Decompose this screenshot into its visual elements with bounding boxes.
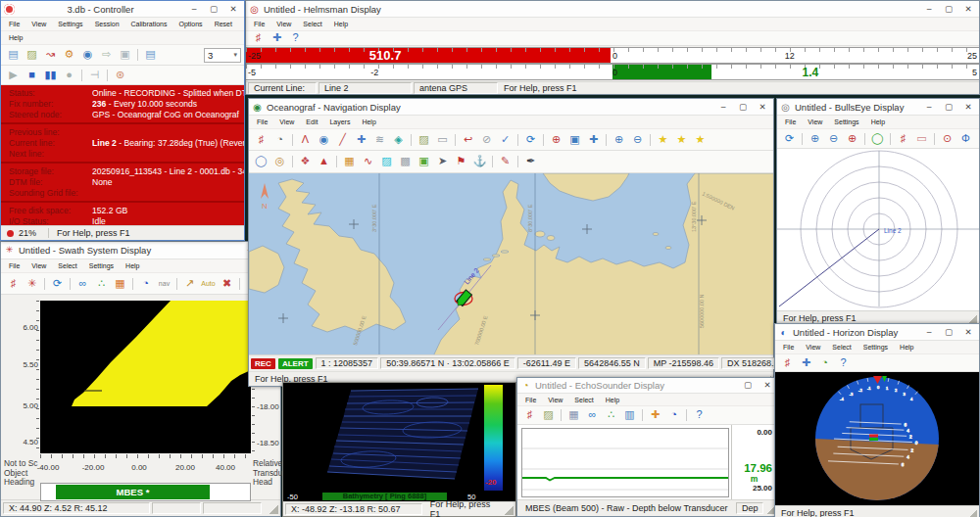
mi-edit[interactable]: Edit [300, 118, 323, 125]
north-flag-icon[interactable]: ⚑ [453, 154, 469, 169]
mi-view[interactable]: View [273, 118, 300, 125]
scatter-icon[interactable]: ∴ [603, 407, 619, 423]
helmsman-titlebar[interactable]: ◎ Untitled - Helmsman Display – ▢ ✕ [246, 1, 979, 18]
depth-trace-plot[interactable] [521, 428, 729, 497]
display-settings-icon[interactable]: ♯ [5, 276, 22, 292]
mi-settings[interactable]: Settings [858, 344, 894, 351]
help-icon[interactable]: ? [835, 355, 852, 371]
help-icon[interactable]: ? [976, 131, 980, 147]
divider-icon[interactable]: Λ [297, 132, 314, 148]
hatch-gray-icon[interactable]: ▩ [397, 154, 414, 169]
display-settings-icon[interactable]: ♯ [779, 355, 796, 371]
mi-settings[interactable]: Settings [83, 262, 120, 269]
pan-icon[interactable]: ✚ [798, 355, 814, 371]
chart-icon[interactable]: ▨ [540, 407, 557, 423]
maximize-button[interactable]: ▢ [735, 100, 751, 115]
display-settings-icon[interactable]: ♯ [521, 407, 538, 423]
pie-icon[interactable]: ◔ [665, 407, 682, 423]
zoom-in-icon[interactable]: ⊕ [611, 132, 627, 148]
zoom-off-icon[interactable]: ⊘ [478, 132, 495, 148]
mi-view[interactable]: View [542, 397, 568, 403]
minimize-button[interactable]: – [921, 100, 937, 115]
controller-titlebar[interactable]: 3.db - Controller – ▢ ✕ [1, 1, 244, 18]
annotate-icon[interactable]: ✎ [497, 154, 514, 169]
swath-plot[interactable] [40, 301, 251, 453]
mi-layers[interactable]: Layers [323, 118, 356, 125]
display-settings-icon[interactable]: ♯ [895, 131, 911, 147]
minimize-button[interactable]: – [186, 2, 202, 17]
layers-icon[interactable]: ❖ [297, 154, 314, 169]
mi-view[interactable]: View [802, 118, 828, 125]
mi-help[interactable]: Help [894, 344, 919, 351]
link-icon[interactable]: ∞ [74, 276, 91, 292]
ellipse-icon[interactable]: ◯ [869, 131, 886, 147]
compass-icon[interactable]: ◔ [271, 132, 288, 148]
link-icon[interactable]: ∞ [584, 407, 601, 423]
image-layer-icon[interactable]: ▣ [416, 154, 432, 169]
favorite-icon[interactable]: ★ [673, 132, 690, 148]
runline-icon[interactable]: ↝ [42, 47, 59, 63]
resize-grip[interactable] [966, 508, 977, 517]
resize-grip[interactable] [268, 503, 278, 514]
mi-select[interactable]: Select [297, 21, 327, 27]
globe-pie-icon[interactable]: ◔ [816, 355, 833, 371]
zoom-in-icon[interactable]: ⊕ [807, 131, 823, 147]
globe-icon[interactable]: ◉ [316, 132, 332, 148]
mi-session[interactable]: Session [89, 21, 125, 27]
colormap-icon[interactable]: ▦ [112, 276, 128, 292]
mi-help[interactable]: Help [865, 118, 891, 125]
remote-display-icon[interactable]: ▤ [142, 47, 159, 63]
add-point-icon[interactable]: ✚ [353, 132, 369, 148]
mi-file[interactable]: File [248, 21, 270, 27]
zoom-out-icon[interactable]: ⊖ [629, 132, 646, 148]
close-button[interactable]: ✕ [960, 325, 976, 340]
network-icon[interactable]: ∴ [93, 276, 110, 292]
maximize-button[interactable]: ▢ [206, 2, 221, 17]
help-icon[interactable]: ? [287, 30, 304, 46]
alert-badge[interactable]: ALERT [278, 358, 313, 369]
center-icon[interactable]: ⊙ [939, 131, 956, 147]
mi-calibrations[interactable]: Calibrations [125, 21, 173, 27]
export-icon[interactable]: ↗ [181, 276, 198, 292]
mi-settings[interactable]: Settings [52, 21, 88, 27]
mi-view[interactable]: View [25, 262, 52, 269]
globe-edit-icon[interactable]: ◉ [79, 47, 96, 63]
maximize-button[interactable]: ▢ [941, 100, 956, 115]
maximize-button[interactable]: ▢ [740, 378, 756, 393]
compass-rose-icon[interactable]: ◎ [271, 154, 288, 169]
record-icon[interactable]: ● [61, 68, 77, 83]
display-settings-icon[interactable]: ♯ [250, 30, 267, 46]
horizon-canvas[interactable]: 6 4 2 0 2 4 6 -4 -3 -2 -1 0 1 2 3 [775, 372, 979, 505]
mi-select[interactable]: Select [52, 262, 82, 269]
display-settings-icon[interactable]: ♯ [253, 132, 270, 148]
lifebuoy-icon[interactable]: ⊛ [112, 68, 128, 83]
select-ellipse-icon[interactable]: ◯ [253, 154, 270, 169]
chart-icon[interactable]: ▨ [24, 47, 40, 63]
swath-titlebar[interactable]: ✳ Untitled - Swath System Display – ▢ [1, 242, 280, 259]
pan-map-icon[interactable]: ✚ [585, 132, 602, 148]
refresh-icon[interactable]: ⟳ [522, 132, 539, 148]
favorite-add-icon[interactable]: ★ [692, 132, 709, 148]
mi-help[interactable]: Help [600, 397, 625, 403]
mi-help[interactable]: Help [328, 21, 354, 27]
mi-file[interactable]: File [3, 262, 25, 269]
ink-pen-icon[interactable]: ✒ [522, 154, 539, 169]
cursor-icon[interactable]: ➤ [434, 154, 451, 169]
echosounder-content[interactable]: 0.00 17.96 m 25.00 [517, 425, 778, 499]
follow-route-icon[interactable]: ✓ [497, 132, 514, 148]
display-icon[interactable]: ▤ [5, 47, 22, 63]
mi-view[interactable]: View [800, 344, 826, 351]
zoom-previous-icon[interactable]: ↩ [460, 132, 476, 148]
bullseye-titlebar[interactable]: ◎ Untitled - BullsEye Display – ▢ ✕ [777, 99, 979, 116]
close-button[interactable]: ✕ [755, 100, 770, 115]
session-number-combo[interactable]: 3 ▾ [204, 48, 241, 63]
route-curve-icon[interactable]: ∿ [360, 154, 376, 169]
waterfall-content[interactable]: -20 -50 Bathymetry [ Ping 6888] 50 [283, 383, 515, 501]
reject-icon[interactable]: ✖ [219, 276, 235, 292]
close-button[interactable]: ✕ [760, 378, 775, 393]
zoom-window-icon[interactable]: ▣ [566, 132, 583, 148]
blocks-icon[interactable]: ▦ [341, 154, 358, 169]
mi-select[interactable]: Select [568, 397, 599, 403]
minimize-button[interactable]: – [715, 100, 731, 115]
resize-grip[interactable] [966, 313, 977, 324]
